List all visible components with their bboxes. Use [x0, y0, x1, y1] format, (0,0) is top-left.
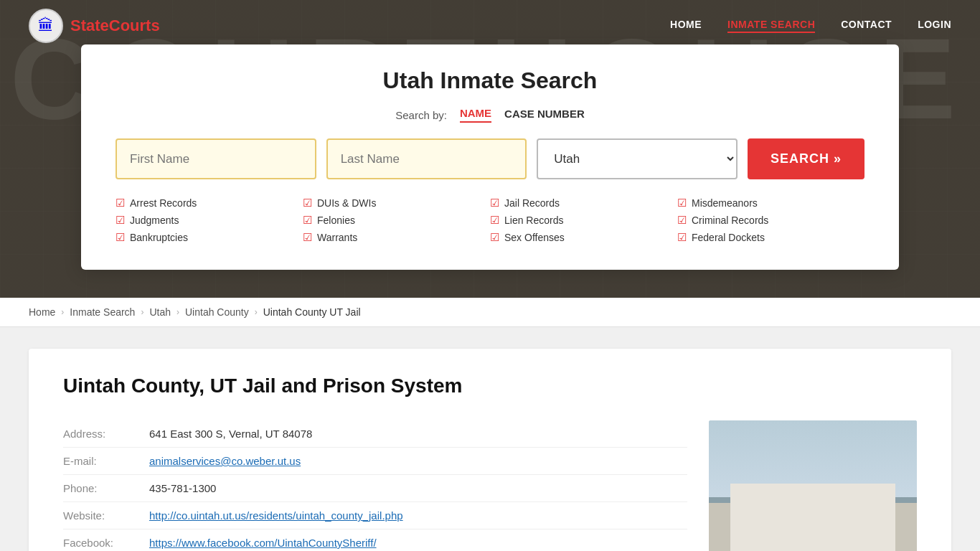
website-row: Website: http://co.uintah.ut.us/resident… [63, 502, 687, 529]
content-card: Uintah County, UT Jail and Prison System… [29, 349, 951, 551]
svg-rect-16 [795, 503, 809, 514]
facility-svg [709, 420, 917, 551]
svg-rect-17 [816, 503, 831, 514]
search-by-row: Search by: NAME CASE NUMBER [116, 107, 864, 123]
facebook-label: Facebook: [63, 537, 135, 549]
nav-home[interactable]: HOME [670, 19, 702, 33]
hero-section: COURTHOUSE 🏛 StateCourts HOME INMATE SEA… [0, 0, 980, 298]
check-lien-records: ☑ Lien Records [490, 214, 677, 227]
search-inputs: Utah Alabama Alaska Arizona California C… [116, 138, 864, 179]
breadcrumb-inmate-search[interactable]: Inmate Search [70, 306, 135, 318]
breadcrumb-sep-2: › [141, 307, 143, 317]
nav-login[interactable]: LOGIN [918, 19, 951, 33]
check-label: Jail Records [504, 197, 560, 209]
breadcrumb-sep-1: › [61, 307, 64, 317]
svg-rect-13 [859, 486, 874, 497]
check-label: Federal Dockets [692, 232, 765, 243]
breadcrumb-current: Uintah County UT Jail [263, 306, 361, 318]
phone-label: Phone: [63, 482, 135, 494]
svg-rect-11 [816, 486, 831, 497]
content-right [709, 420, 917, 551]
email-link[interactable]: animalservices@co.weber.ut.us [149, 455, 301, 467]
checkbox-icon: ☑ [677, 197, 687, 209]
breadcrumb-home[interactable]: Home [29, 306, 55, 318]
logo-link[interactable]: 🏛 StateCourts [29, 9, 160, 43]
svg-rect-23 [816, 442, 832, 446]
checkbox-icon: ☑ [303, 197, 312, 209]
svg-point-4 [827, 446, 877, 466]
svg-rect-18 [838, 503, 852, 514]
checkbox-icon: ☑ [490, 231, 499, 244]
checkbox-icon: ☑ [490, 197, 499, 209]
tab-case-number[interactable]: CASE NUMBER [504, 108, 585, 122]
check-arrest-records: ☑ Arrest Records [116, 197, 303, 209]
svg-rect-6 [709, 503, 917, 551]
address-value: 641 East 300 S, Vernal, UT 84078 [149, 428, 312, 440]
search-by-label: Search by: [395, 109, 447, 121]
checkbox-icon: ☑ [116, 197, 125, 209]
check-jail-records: ☑ Jail Records [490, 197, 677, 209]
check-federal-dockets: ☑ Federal Dockets [677, 231, 864, 244]
content-layout: Address: 641 East 300 S, Vernal, UT 8407… [63, 420, 917, 551]
check-label: Felonies [317, 215, 355, 226]
svg-rect-24 [816, 448, 832, 452]
breadcrumb: Home › Inmate Search › Utah › Uintah Cou… [0, 298, 980, 327]
svg-rect-22 [816, 442, 832, 452]
check-label: Misdemeanors [692, 197, 758, 209]
checkbox-icon: ☑ [303, 214, 312, 227]
svg-rect-14 [752, 503, 766, 514]
website-link[interactable]: http://co.uintah.ut.us/residents/uintah_… [149, 509, 403, 522]
nav-contact[interactable]: CONTACT [841, 19, 892, 33]
first-name-input[interactable] [116, 138, 316, 179]
svg-marker-5 [709, 460, 917, 507]
check-label: Judgments [130, 215, 179, 226]
check-warrants: ☑ Warrants [303, 231, 490, 244]
svg-rect-10 [795, 486, 809, 497]
facebook-row: Facebook: https://www.facebook.com/Uinta… [63, 529, 687, 551]
check-label: DUIs & DWIs [317, 197, 376, 209]
check-criminal-records: ☑ Criminal Records [677, 214, 864, 227]
svg-rect-15 [773, 503, 788, 514]
svg-rect-20 [738, 476, 881, 481]
state-select[interactable]: Utah Alabama Alaska Arizona California C… [537, 138, 738, 179]
facebook-link[interactable]: https://www.facebook.com/UintahCountyShe… [149, 537, 377, 549]
checkbox-icon: ☑ [677, 231, 687, 244]
check-bankruptcies: ☑ Bankruptcies [116, 231, 303, 244]
card-title: Utah Inmate Search [116, 67, 864, 94]
svg-rect-9 [773, 486, 788, 497]
svg-rect-8 [752, 486, 766, 497]
check-label: Lien Records [504, 215, 564, 226]
logo-icon: 🏛 [29, 9, 63, 43]
checkbox-icon: ☑ [677, 214, 687, 227]
check-duis: ☑ DUIs & DWIs [303, 197, 490, 209]
svg-point-3 [766, 432, 809, 455]
content-left: Address: 641 East 300 S, Vernal, UT 8407… [63, 420, 687, 551]
facility-title: Uintah County, UT Jail and Prison System [63, 375, 917, 397]
check-label: Warrants [317, 232, 357, 243]
search-card: Utah Inmate Search Search by: NAME CASE … [81, 44, 899, 270]
info-table: Address: 641 East 300 S, Vernal, UT 8407… [63, 420, 687, 551]
email-label: E-mail: [63, 455, 135, 467]
email-row: E-mail: animalservices@co.weber.ut.us [63, 448, 687, 475]
check-misdemeanors: ☑ Misdemeanors [677, 197, 864, 209]
check-label: Criminal Records [692, 215, 768, 226]
main-content: Uintah County, UT Jail and Prison System… [0, 327, 980, 551]
checkbox-icon: ☑ [490, 214, 499, 227]
breadcrumb-sep-3: › [176, 307, 179, 317]
check-label: Sex Offenses [504, 232, 565, 243]
breadcrumb-utah[interactable]: Utah [149, 306, 171, 318]
tab-name[interactable]: NAME [460, 107, 491, 123]
svg-rect-19 [859, 503, 874, 514]
check-judgments: ☑ Judgments [116, 214, 303, 227]
svg-rect-12 [838, 486, 852, 497]
nav-links: HOME INMATE SEARCH CONTACT LOGIN [670, 19, 951, 33]
checkbox-icon: ☑ [303, 231, 312, 244]
search-button[interactable]: SEARCH » [748, 138, 864, 179]
checkbox-icon: ☑ [116, 231, 125, 244]
breadcrumb-uintah-county[interactable]: Uintah County [185, 306, 249, 318]
nav-inmate-search[interactable]: INMATE SEARCH [727, 19, 815, 33]
phone-value: 435-781-1300 [149, 482, 216, 494]
checkbox-icon: ☑ [116, 214, 125, 227]
check-felonies: ☑ Felonies [303, 214, 490, 227]
last-name-input[interactable] [326, 138, 527, 179]
